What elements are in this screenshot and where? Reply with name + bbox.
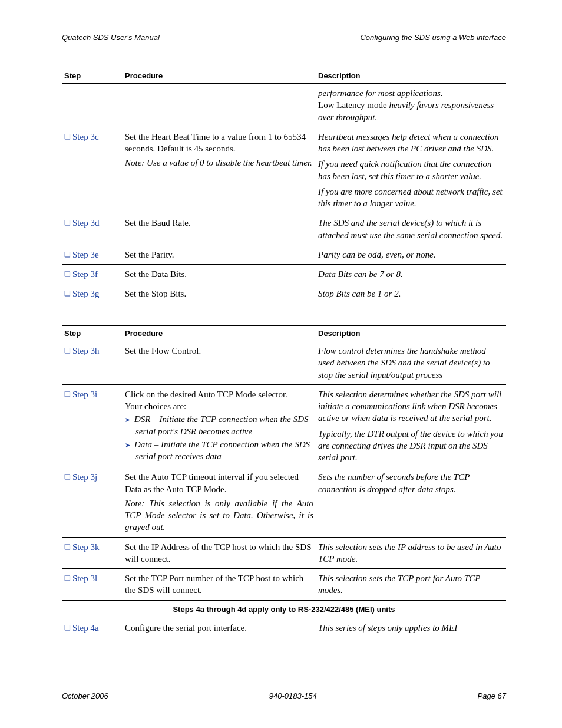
- desc-text: This series of steps only applies to MEI: [318, 623, 457, 633]
- desc-text: This selection sets the TCP port for Aut…: [318, 574, 480, 595]
- procedure-note: Note: This selection is only available i…: [125, 498, 313, 533]
- table-row: ❑Step 3i Click on the desired Auto TCP M…: [62, 384, 506, 467]
- procedure-table-1: Step Procedure Description performance f…: [62, 68, 506, 304]
- list-item: Data – Initiate the TCP connection when …: [135, 439, 313, 463]
- checkbox-icon: ❑: [64, 346, 72, 355]
- section-note-row: Steps 4a through 4d apply only to RS-232…: [62, 600, 506, 618]
- col-step: Step: [62, 68, 123, 84]
- table-row: ❑Step 3k Set the IP Address of the TCP h…: [62, 537, 506, 569]
- desc-text: Flow control determines the handshake me…: [318, 346, 490, 380]
- procedure-note: Note: Use a value of 0 to disable the he…: [125, 158, 312, 167]
- procedure-text: Set the Stop Bits.: [125, 289, 186, 298]
- table-row: ❑Step 4a Configure the serial port inter…: [62, 618, 506, 638]
- procedure-text: Set the TCP Port number of the TCP host …: [125, 574, 303, 595]
- col-step: Step: [62, 325, 123, 341]
- desc-text: Low Latency mode: [318, 100, 389, 110]
- step-label: Step 3k: [72, 542, 99, 552]
- procedure-text: Set the Data Bits.: [125, 269, 187, 279]
- table-row: ❑Step 3c Set the Heart Beat Time to a va…: [62, 127, 506, 213]
- step-label: Step 3i: [72, 390, 97, 399]
- desc-text: Parity can be odd, even, or none.: [318, 250, 436, 259]
- col-description: Description: [316, 325, 506, 341]
- procedure-text: Set the Heart Beat Time to a value from …: [125, 132, 306, 153]
- desc-text: This selection determines whether the SD…: [318, 390, 501, 423]
- col-description: Description: [316, 68, 506, 84]
- footer-left: October 2006: [62, 691, 108, 701]
- procedure-text: Click on the desired Auto TCP Mode selec…: [125, 390, 287, 399]
- page-footer: October 2006 940-0183-154 Page 67: [62, 689, 506, 701]
- table-row: ❑Step 3d Set the Baud Rate. The SDS and …: [62, 213, 506, 245]
- option-list: DSR – Initiate the TCP connection when t…: [125, 413, 313, 462]
- checkbox-icon: ❑: [64, 218, 72, 228]
- table-row: performance for most applications. Low L…: [62, 84, 506, 127]
- procedure-text: Set the Parity.: [125, 250, 174, 259]
- procedure-text: Set the Auto TCP timeout interval if you…: [125, 472, 299, 493]
- page-header: Quatech SDS User's Manual Configuring th…: [62, 32, 506, 45]
- table-row: ❑Step 3h Set the Flow Control. Flow cont…: [62, 341, 506, 385]
- desc-text: Stop Bits can be 1 or 2.: [318, 289, 401, 298]
- desc-text: performance for most applications.: [318, 88, 443, 98]
- step-label: Step 3l: [72, 574, 97, 583]
- desc-text: Typically, the DTR output of the device …: [318, 429, 503, 463]
- footer-right: Page 67: [478, 691, 506, 701]
- table-row: ❑Step 3g Set the Stop Bits. Stop Bits ca…: [62, 284, 506, 304]
- header-right: Configuring the SDS using a Web interfac…: [360, 32, 506, 43]
- table-row: ❑Step 3j Set the Auto TCP timeout interv…: [62, 467, 506, 537]
- desc-text: The SDS and the serial device(s) to whic…: [318, 218, 503, 239]
- col-procedure: Procedure: [123, 68, 316, 84]
- desc-text: This selection sets the IP address to be…: [318, 542, 501, 564]
- step-label: Step 3g: [72, 289, 99, 298]
- checkbox-icon: ❑: [64, 269, 72, 279]
- procedure-text: Set the Flow Control.: [125, 346, 201, 355]
- checkbox-icon: ❑: [64, 574, 72, 583]
- step-label: Step 3j: [72, 472, 97, 482]
- step-label: Step 3e: [72, 250, 99, 259]
- section-note: Steps 4a through 4d apply only to RS-232…: [62, 600, 506, 618]
- checkbox-icon: ❑: [64, 472, 72, 482]
- table-row: ❑Step 3f Set the Data Bits. Data Bits ca…: [62, 265, 506, 284]
- checkbox-icon: ❑: [64, 289, 72, 298]
- step-label: Step 3d: [72, 218, 99, 228]
- procedure-text: Set the IP Address of the TCP host to wh…: [125, 542, 312, 564]
- step-label: Step 3c: [72, 132, 99, 141]
- desc-text: Data Bits can be 7 or 8.: [318, 269, 403, 279]
- document-page: Quatech SDS User's Manual Configuring th…: [0, 0, 562, 728]
- desc-text: Sets the number of seconds before the TC…: [318, 472, 470, 493]
- procedure-text: Your choices are:: [125, 401, 186, 411]
- footer-center: 940-0183-154: [269, 691, 317, 701]
- list-item: DSR – Initiate the TCP connection when t…: [135, 413, 313, 437]
- step-label: Step 3h: [72, 346, 99, 355]
- header-left: Quatech SDS User's Manual: [62, 32, 160, 43]
- desc-text: Heartbeat messages help detect when a co…: [318, 132, 499, 153]
- step-label: Step 4a: [72, 623, 99, 633]
- step-label: Step 3f: [72, 269, 98, 279]
- checkbox-icon: ❑: [64, 390, 72, 399]
- col-procedure: Procedure: [123, 325, 316, 341]
- procedure-table-2: Step Procedure Description ❑Step 3h Set …: [62, 325, 506, 638]
- checkbox-icon: ❑: [64, 623, 72, 633]
- desc-text: If you need quick notification that the …: [318, 159, 492, 180]
- checkbox-icon: ❑: [64, 132, 72, 141]
- checkbox-icon: ❑: [64, 250, 72, 259]
- desc-text: If you are more concerned about network …: [318, 187, 503, 208]
- table-row: ❑Step 3l Set the TCP Port number of the …: [62, 569, 506, 601]
- procedure-text: Configure the serial port interface.: [125, 623, 247, 633]
- procedure-text: Set the Baud Rate.: [125, 218, 191, 228]
- checkbox-icon: ❑: [64, 542, 72, 552]
- table-row: ❑Step 3e Set the Parity. Parity can be o…: [62, 245, 506, 264]
